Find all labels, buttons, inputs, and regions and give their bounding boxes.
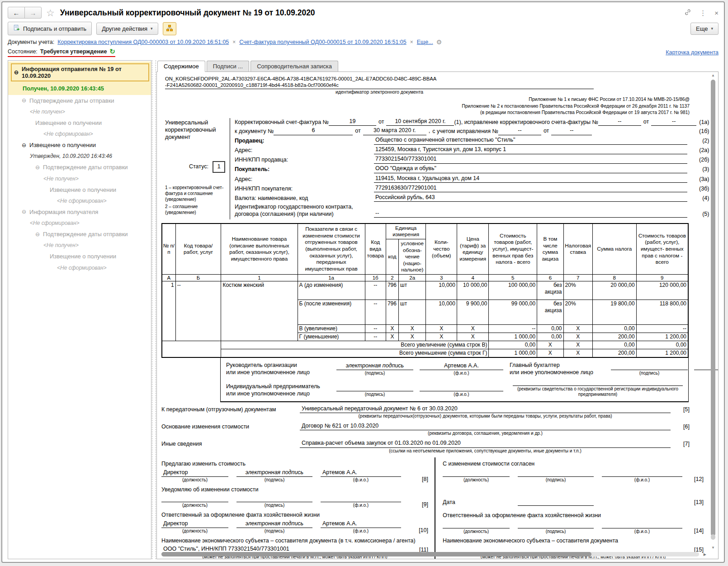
collapse-icon[interactable]: ⊖ [35,164,40,171]
more-button[interactable]: Еще ▾ [690,23,719,35]
vertical-scroll-thumb[interactable] [711,80,715,536]
tab-content[interactable]: Содержимое [157,61,205,72]
get-link-icon[interactable] [684,9,691,17]
buyer-row: Покупатель:ООО "Одежда и обувь"(3) [235,165,709,173]
tree-item-send-date-confirmation[interactable]: ⊖ Подтверждение даты отправки [8,229,151,240]
cell-line-num: 1 [162,281,175,341]
post-value: Директор [161,520,228,528]
base-fix-number-value: -- [498,127,541,135]
head-accountant-signature-line: Руководитель организации или иное уполно… [226,362,683,376]
accounting-doc-link-1[interactable]: Корректировка поступления ОД00-000003 от… [57,39,229,45]
horizontal-scroll-thumb[interactable] [161,552,591,556]
refresh-icon[interactable]: ↻ [109,48,115,55]
tree-item-send-date-confirmation[interactable]: ⊖ Подтверждение даты отправки [8,162,151,173]
buyer-address-row: Адрес:119415, Москва г, Удальцова ул, до… [235,175,709,183]
signature-slot: (подпись) [611,362,688,376]
scroll-down-icon[interactable]: ▼ [709,546,717,550]
tree-item-status: <Не получен> [8,173,151,184]
tree-item-send-date-confirmation[interactable]: ⊖ Подтверждение даты отправки [8,95,151,106]
signature-slot: (подпись) [336,384,413,398]
fix-number-value: -- [598,118,641,126]
other-info-value: Справка-расчет объема закупок от 01.03.2… [300,440,671,448]
tree-item-receipt-notice[interactable]: Извещение о получении [8,251,151,262]
hierarchy-icon [166,24,173,33]
tree-item-receipt-notice[interactable]: Извещение о получении [8,184,151,195]
line-ref: (1б) [696,128,709,135]
tree-item-sender-info[interactable]: ⊖ Информация отправителя № 19 от 10.09.2… [8,62,151,95]
form-title: Универсальный корректировочный документ [165,119,226,141]
tree-item-label: Подтверждение даты отправки [43,231,128,238]
kebab-menu-icon[interactable]: ⋮ [700,10,706,16]
name-value: Артемов А.А. [321,469,401,477]
date-row: Дата [13] [443,498,704,506]
tree-item-receiver-info[interactable]: ⊖ Информация получателя [8,206,151,218]
tab-bar: Содержимое Подписи ... Сопроводительная … [156,60,719,71]
tab-signatures[interactable]: Подписи ... [207,61,249,72]
tree-item-receipt-notice[interactable]: ⊖ Извещение о получении [8,140,151,151]
remove-doc-icon[interactable]: × [410,39,414,45]
doc-id-caption: идентификатор электронного документа [165,90,594,95]
notify-change-signature-row: (должность) (подпись) (ф.и.о.) [9] [161,495,428,509]
accounting-doc-link-2[interactable]: Счет-фактура полученный ОД00-000015 от 1… [239,39,406,45]
currency-value: Российский рубль, 643 [374,194,687,202]
cell-indicator: Г (уменьшение) [298,333,365,341]
more-label: Еще [696,25,708,32]
tree-item-status: <Не сформирован> [8,195,151,206]
accounting-docs-label: Документы учета: [8,39,54,45]
accounting-docs-row: Документы учета: Корректировка поступлен… [8,38,719,48]
back-button[interactable]: ← [8,7,25,19]
tree-item-label: Извещение о получении [29,142,96,149]
collapse-icon[interactable]: ⊖ [22,209,26,215]
document-card-link[interactable]: Карточка документа [666,49,719,56]
tree-item-status: <Не сформирован> [8,129,151,140]
status-note-1: 1 – корректировочный счет-фактура и согл… [165,185,226,202]
forward-button[interactable]: → [24,7,42,19]
main-area: ⊖ Информация отправителя № 19 от 10.09.2… [8,60,719,559]
vertical-scrollbar[interactable]: ▲ ▼ [709,73,717,550]
collapse-icon[interactable]: ⊖ [35,231,40,238]
signer-name: Артемов А.А. [420,362,503,371]
post-value: Директор [161,469,228,477]
settings-gear-icon[interactable]: ⚙ [436,39,442,45]
favorite-star-icon[interactable]: ☆ [46,8,55,18]
tree-item-label: Подтверждение даты отправки [29,97,114,105]
propose-change-signature-row: Директор(должность) электронная подпись(… [161,469,428,483]
doc-id-line1: ON_KORSCHFDOPPR_2AL-A7303297-E6CA-4BD6-A… [165,76,594,82]
collapse-icon[interactable]: ⊖ [22,142,26,149]
electronic-document-id: ON_KORSCHFDOPPR_2AL-A7303297-E6CA-4BD6-A… [165,76,594,95]
collapse-icon[interactable]: ⊖ [14,69,19,76]
document-view: ON_KORSCHFDOPPR_2AL-A7303297-E6CA-4BD6-A… [156,71,719,559]
remove-doc-icon[interactable]: × [232,39,236,45]
sign-send-button[interactable]: Подписать и отправить [8,22,92,35]
other-actions-button[interactable]: Другие действия ▾ [96,23,158,35]
close-icon[interactable]: × [714,10,719,16]
window-controls: ⋮ × [684,9,719,17]
edo-chain-button[interactable] [163,22,176,35]
status-underline: Состояние: Требуется утверждение ↻ [8,48,115,57]
form-title-column: Универсальный корректировочный документ … [161,118,230,219]
law-ref-3: (в редакции постановления Правительства … [161,109,690,116]
collapse-icon[interactable]: ⊖ [22,97,26,104]
panel-splitter[interactable] [152,60,156,559]
line-ref: (1а) [696,119,709,126]
signature-value: электронная подпись [236,520,312,528]
tab-cover-note[interactable]: Сопроводительная записка [251,61,338,72]
signature-slot: электронная подпись (подпись) [336,362,413,376]
transfer-docs-value: Универсальный передаточный документ № 6 … [300,405,671,414]
scroll-right-icon[interactable]: ▶ [704,552,706,556]
horizontal-scrollbar[interactable]: ▶ [161,551,699,557]
registration-slot: (реквизиты свидетельства о государственн… [513,378,683,398]
more-docs-link[interactable]: Еще... [417,39,433,45]
tree-item-label: Информация получателя [29,209,98,216]
title-bar: ← → ☆ Универсальный корректировочный док… [8,5,719,20]
scroll-up-icon[interactable]: ▲ [709,73,717,77]
tree-item-receipt-notice[interactable]: Извещение о получении [8,117,151,128]
status-note-2: 2 – соглашение (уведомление) [165,204,226,215]
table-row: 1 -- Костюм женский А (до изменения) -- … [162,281,688,300]
totals-row-increase: Всего увеличение (сумма строк В) 0,00 X … [162,341,688,349]
tree-item-status: <Не получен> [8,240,151,251]
page-title: Универсальный корректировочный документ … [60,8,315,18]
base-doc-date-value: 30 марта 2020 г. [363,127,426,135]
base-doc-number-value: 6 [274,127,353,135]
tree-item-label: Информация отправителя № 19 от 10.09.202… [22,66,146,79]
